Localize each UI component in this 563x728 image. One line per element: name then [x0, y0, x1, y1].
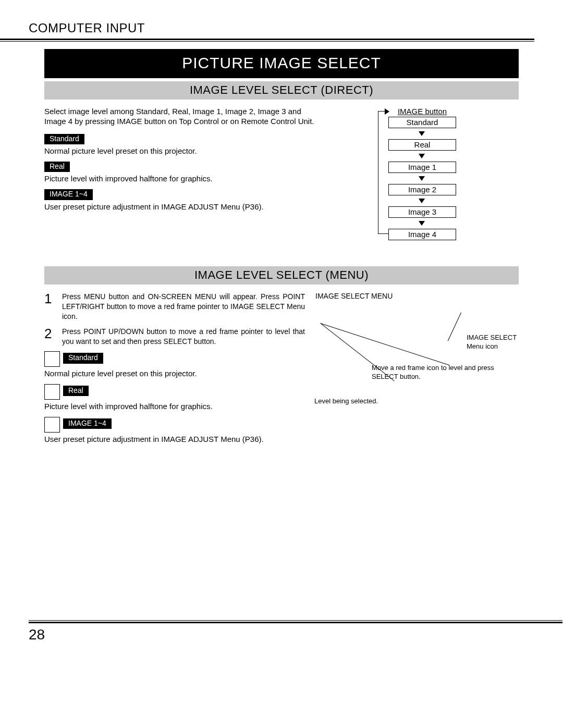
- subtitle-direct: IMAGE LEVEL SELECT (DIRECT): [44, 81, 519, 100]
- desc-real-menu: Picture level with improved halftone for…: [44, 402, 305, 412]
- arrow-right-icon: [385, 108, 389, 115]
- step-num-2: 2: [44, 327, 56, 347]
- callout-line: [321, 323, 450, 365]
- arrow-down-icon: [419, 176, 425, 181]
- arrow-down-icon: [419, 221, 425, 226]
- image14-icon: [44, 417, 60, 433]
- section-heading: COMPUTER INPUT: [29, 21, 534, 35]
- arrow-down-icon: [419, 199, 425, 203]
- callout-line: [448, 313, 461, 341]
- step-2: 2 Press POINT UP/DOWN button to move a r…: [44, 327, 305, 347]
- label-real-menu: Real: [63, 386, 89, 397]
- label-image-1-4: IMAGE 1~4: [44, 189, 93, 200]
- flow-box-image3: Image 3: [388, 206, 456, 218]
- subtitle-menu: IMAGE LEVEL SELECT (MENU): [44, 266, 519, 285]
- flow-title: IMAGE button: [378, 107, 467, 116]
- flow-box-image4: Image 4: [388, 229, 456, 240]
- callout-level-selected: Level being selected.: [314, 397, 419, 406]
- desc-standard-menu: Normal picture level preset on this proj…: [44, 369, 305, 379]
- page-number: 28: [29, 626, 45, 643]
- flow-box-standard: Standard: [388, 117, 456, 128]
- label-standard-menu: Standard: [63, 353, 103, 364]
- arrow-down-icon: [419, 131, 425, 136]
- desc-image-1-4-menu: User preset picture adjustment in IMAGE …: [44, 435, 305, 445]
- desc-image-1-4: User preset picture adjustment in IMAGE …: [44, 202, 315, 212]
- flow-box-real: Real: [388, 139, 456, 151]
- desc-real: Picture level with improved halftone for…: [44, 174, 315, 184]
- callout-move-frame: Move a red frame icon to level and press…: [372, 364, 507, 381]
- image-select-menu-title: IMAGE SELECT MENU: [315, 292, 519, 300]
- footer-rule: [29, 620, 562, 623]
- step-text-2: Press POINT UP/DOWN button to move a red…: [62, 327, 305, 347]
- step-1: 1 Press MENU button and ON-SCREEN MENU w…: [44, 292, 305, 322]
- flow-return-line: [378, 111, 388, 234]
- heading-rule: [0, 39, 534, 42]
- arrow-down-icon: [419, 154, 425, 158]
- real-icon: [44, 384, 60, 400]
- label-standard: Standard: [44, 134, 84, 145]
- label-real: Real: [44, 162, 70, 172]
- step-num-1: 1: [44, 292, 56, 322]
- callout-image-select-icon: IMAGE SELECT Menu icon: [467, 334, 534, 351]
- page-title-banner: PICTURE IMAGE SELECT: [44, 49, 519, 78]
- step-text-1: Press MENU button and ON-SCREEN MENU wil…: [62, 292, 305, 322]
- flow-box-image2: Image 2: [388, 184, 456, 195]
- desc-standard: Normal picture level preset on this proj…: [44, 146, 315, 156]
- standard-icon: [44, 351, 60, 367]
- flow-box-image1: Image 1: [388, 162, 456, 173]
- label-image-1-4-menu: IMAGE 1~4: [63, 418, 112, 429]
- direct-intro: Select image level among Standard, Real,…: [44, 107, 315, 127]
